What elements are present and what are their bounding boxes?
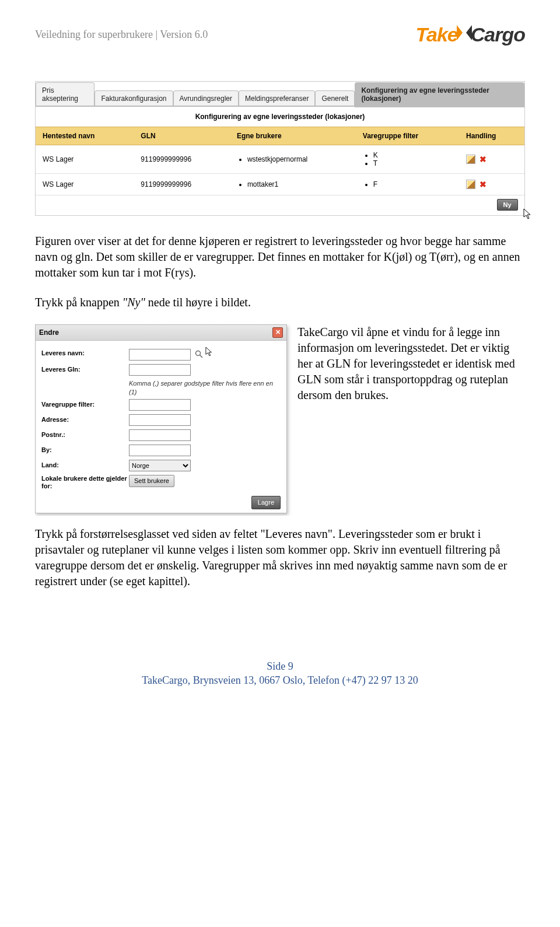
- tab-generelt[interactable]: Generelt: [315, 90, 355, 106]
- label-by: By:: [41, 446, 129, 454]
- logo-cargo: Cargo: [471, 23, 525, 46]
- paragraph-4: Trykk på forstørrelsesglasset ved siden …: [35, 526, 525, 589]
- label-leveres-gln: Leveres Gln:: [41, 366, 129, 373]
- tab-meldingspreferanser[interactable]: Meldingspreferanser: [239, 90, 315, 106]
- cursor-icon: [205, 351, 214, 359]
- cell-gln: 9119999999996: [134, 145, 230, 174]
- col-gln: GLN: [134, 127, 230, 145]
- table-row: WS Lager 9119999999996 mottaker1 F ✖: [36, 174, 524, 195]
- p2-em: "Ny": [123, 296, 145, 309]
- table-row: WS Lager 9119999999996 wstestkjopernorma…: [36, 145, 524, 174]
- land-select[interactable]: Norge: [129, 460, 191, 471]
- tab-pris-akseptering[interactable]: Pris akseptering: [36, 82, 94, 106]
- p2-pre: Trykk på knappen: [35, 296, 123, 309]
- list-item: F: [373, 180, 452, 188]
- tab-fakturakonfigurasjon[interactable]: Fakturakonfigurasjon: [94, 90, 173, 106]
- cell-brukere: wstestkjopernormal: [230, 145, 356, 174]
- lagre-button[interactable]: Lagre: [251, 496, 281, 509]
- paragraph-3-rest: informasjon om leveringsstedet. Det er v…: [298, 341, 515, 401]
- list-item: mottaker1: [247, 180, 349, 188]
- endre-dialog: Endre ✕ Leveres navn:: [35, 324, 287, 513]
- panel-title: Konfigurering av egne leveringssteder (l…: [36, 107, 524, 127]
- label-varegruppe-filter: Varegruppe filter:: [41, 401, 129, 408]
- sett-brukere-button[interactable]: Sett brukere: [129, 475, 174, 487]
- logo-take: Take: [416, 23, 458, 46]
- paragraph-2: Trykk på knappen "Ny" nede til høyre i b…: [35, 295, 525, 310]
- page-header: Veiledning for superbrukere | Version 6.…: [35, 23, 525, 46]
- svg-line-4: [200, 355, 203, 358]
- paragraph-1: Figuren over viser at det for denne kjøp…: [35, 233, 525, 281]
- button-row: Ny: [36, 195, 524, 215]
- cell-actions: ✖: [459, 174, 524, 195]
- footer-address: TakeCargo, Brynsveien 13, 0667 Oslo, Tel…: [35, 673, 525, 687]
- page-footer: Side 9 TakeCargo, Brynsveien 13, 0667 Os…: [35, 659, 525, 688]
- col-egne-brukere: Egne brukere: [230, 127, 356, 145]
- svg-marker-2: [524, 209, 530, 219]
- label-adresse: Adresse:: [41, 416, 129, 424]
- footer-page-number: Side 9: [35, 659, 525, 673]
- delete-icon[interactable]: ✖: [479, 180, 487, 188]
- cell-brukere: mottaker1: [230, 174, 356, 195]
- dialog-title: Endre: [39, 328, 59, 337]
- ny-button-label: Ny: [503, 201, 512, 208]
- logo: Take Cargo: [416, 23, 525, 46]
- cell-filter: F: [356, 174, 459, 195]
- logo-x-icon: [457, 23, 472, 41]
- list-item: wstestkjopernormal: [247, 155, 349, 163]
- filter-hint: Komma (,) separer godstype filter hvis f…: [129, 379, 281, 397]
- col-handling: Handling: [459, 127, 524, 145]
- postnr-input[interactable]: [129, 429, 191, 441]
- screenshot-config-table: Pris akseptering Fakturakonfigurasjon Av…: [35, 81, 525, 216]
- cell-gln: 9119999999996: [134, 174, 230, 195]
- p2-post: nede til høyre i bildet.: [145, 296, 251, 309]
- leveringssteder-table: Hentested navn GLN Egne brukere Varegrup…: [36, 127, 524, 195]
- dialog-footer: Lagre: [41, 494, 281, 509]
- edit-icon[interactable]: [466, 180, 475, 189]
- tab-avrundingsregler[interactable]: Avrundingsregler: [173, 90, 239, 106]
- dialog-titlebar: Endre ✕: [36, 325, 286, 341]
- paragraph-3-lead: TakeCargo vil åpne et vindu for å legge …: [298, 326, 500, 338]
- edit-icon[interactable]: [466, 155, 475, 164]
- list-item: K: [373, 151, 452, 159]
- dialog-and-text-block: Endre ✕ Leveres navn:: [35, 324, 525, 516]
- leveres-gln-input[interactable]: [129, 364, 191, 376]
- adresse-input[interactable]: [129, 414, 191, 426]
- label-lokale-brukere: Lokale brukere dette gjelder for:: [41, 475, 129, 490]
- svg-marker-1: [466, 25, 472, 40]
- delete-icon[interactable]: ✖: [479, 155, 487, 163]
- list-item: T: [373, 159, 452, 167]
- label-leveres-navn: Leveres navn:: [41, 349, 129, 357]
- tab-konfigurering-leveringssteder[interactable]: Konfigurering av egne leveringssteder (l…: [355, 82, 524, 107]
- leveres-navn-input[interactable]: [129, 349, 191, 361]
- label-postnr: Postnr.:: [41, 431, 129, 439]
- ny-button[interactable]: Ny: [497, 199, 518, 211]
- dialog-body: Leveres navn: Leveres Gln:: [36, 341, 286, 513]
- cell-navn: WS Lager: [36, 145, 134, 174]
- svg-marker-0: [457, 25, 463, 40]
- by-input[interactable]: [129, 445, 191, 456]
- col-hentested-navn: Hentested navn: [36, 127, 134, 145]
- header-text: Veiledning for superbrukere | Version 6.…: [35, 29, 208, 41]
- label-land: Land:: [41, 461, 129, 469]
- svg-marker-5: [206, 347, 212, 356]
- close-icon[interactable]: ✕: [272, 327, 283, 338]
- cell-filter: K T: [356, 145, 459, 174]
- col-varegruppe-filter: Varegruppe filter: [356, 127, 459, 145]
- svg-point-3: [196, 351, 201, 355]
- cell-actions: ✖: [459, 145, 524, 174]
- cell-navn: WS Lager: [36, 174, 134, 195]
- tab-strip: Pris akseptering Fakturakonfigurasjon Av…: [36, 82, 524, 107]
- varegruppe-filter-input[interactable]: [129, 399, 191, 411]
- search-icon[interactable]: [195, 350, 203, 361]
